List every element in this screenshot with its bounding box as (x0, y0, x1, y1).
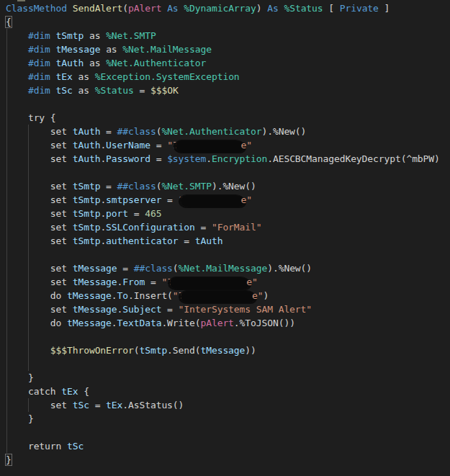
code-token-kw: #dim (28, 44, 50, 55)
code-token-plain: = (134, 85, 150, 96)
code-token-plain: try { (6, 112, 56, 123)
code-token-plain: . (112, 318, 117, 328)
code-token-plain: } (6, 372, 34, 383)
code-line[interactable]: return tSc (0, 439, 450, 453)
code-line[interactable] (0, 248, 450, 261)
code-line[interactable]: set tSmtp.authenticator = tAuth (0, 234, 450, 248)
code-token-var: tMessage (73, 304, 117, 315)
code-line[interactable]: set tSmtp = ##class(%Net.SMTP).%New() (0, 179, 450, 193)
code-token-type: %Net.SMTP (161, 181, 212, 192)
code-token-plain: = (100, 181, 117, 192)
code-token-plain: catch (6, 386, 61, 397)
code-token-type: %Exception.SystemException (95, 71, 240, 82)
code-line[interactable]: set tAuth.Password = $system.Encryption.… (0, 152, 450, 166)
code-token-type: %Net.Authenticator (106, 58, 206, 68)
code-token-var: tAuth (73, 153, 101, 164)
code-token-var: UserName (106, 140, 150, 151)
code-line[interactable]: ClassMethod SendAlert(pAlert As %Dynamic… (0, 1, 450, 15)
code-line[interactable] (0, 166, 450, 179)
code-token-plain: set (6, 263, 73, 274)
code-token-plain: = (89, 400, 106, 410)
code-token-kw: #dim (28, 58, 50, 68)
code-token-kw: As (267, 3, 278, 14)
code-token-plain (50, 30, 56, 41)
code-token-plain: )) (245, 345, 256, 356)
code-line[interactable]: set tMessage.Subject = "InterSystems SAM… (0, 302, 450, 316)
code-line[interactable]: try { (0, 111, 450, 125)
code-line[interactable]: set tSmtp.port = 465 (0, 207, 450, 220)
code-line[interactable]: set tSmtp.SSLConfiguration = "ForMail" (0, 220, 450, 234)
code-token-plain (50, 85, 56, 96)
code-token-var: To (117, 290, 128, 301)
code-token-var: tAuth (56, 58, 84, 68)
code-line[interactable]: set tAuth.UserName = "I e" (0, 138, 450, 152)
code-line[interactable]: } (0, 453, 450, 467)
code-token-macro: $$$OK (150, 85, 179, 96)
code-token-var: tSmtp (73, 235, 101, 246)
code-line[interactable]: $$$ThrowOnError(tSmtp.Send(tMessage)) (0, 343, 450, 357)
code-token-plain: ).%New() (261, 126, 306, 137)
code-line[interactable]: set tSc = tEx.AsStatus() (0, 398, 450, 412)
code-token-plain: = (150, 153, 167, 164)
code-token-var: tSmtp (73, 208, 101, 219)
code-line[interactable]: { (0, 15, 450, 29)
code-token-var: tSmtp (73, 194, 101, 205)
code-token-type: Encryption (212, 153, 267, 164)
code-line[interactable]: do tMessage.To.Insert("I e") (0, 289, 450, 302)
code-line[interactable]: set tMessage.From = "I e" (0, 275, 450, 289)
code-line[interactable] (0, 330, 450, 343)
code-token-var: tMessage (67, 318, 112, 328)
redaction-scribble (181, 195, 243, 207)
code-line[interactable] (0, 467, 450, 476)
code-line[interactable]: } (0, 371, 450, 385)
code-line[interactable]: #dim tSc as %Status = $$$OK (0, 84, 450, 97)
code-line[interactable]: do tMessage.TextData.Write(pAlert.%ToJSO… (0, 316, 450, 330)
code-token-plain: .AsStatus() (122, 400, 184, 410)
code-token-kw: ##class (117, 181, 156, 192)
code-line[interactable] (0, 357, 450, 371)
code-token-plain: set (6, 153, 73, 164)
code-line[interactable]: } (0, 412, 450, 426)
code-line[interactable]: #dim tSmtp as %Net.SMTP (0, 29, 450, 42)
code-token-plain: ] (379, 3, 390, 14)
code-token-plain: . (100, 194, 106, 205)
code-line[interactable]: #dim tAuth as %Net.Authenticator (0, 56, 450, 70)
code-line[interactable]: #dim tEx as %Exception.SystemException (0, 70, 450, 84)
code-editor[interactable]: ClassMethod SendAlert(pAlert As %Dynamic… (0, 0, 450, 476)
code-token-plain: . (112, 290, 117, 301)
code-line[interactable]: catch tEx { (0, 385, 450, 398)
code-token-plain: . (100, 235, 106, 246)
code-line[interactable]: set tAuth = ##class(%Net.Authenticator).… (0, 125, 450, 138)
code-token-plain (50, 58, 56, 68)
code-token-kw: #dim (28, 71, 50, 82)
code-token-var: tAuth (73, 126, 101, 137)
code-token-kw: ##class (117, 126, 156, 137)
code-line[interactable] (0, 97, 450, 111)
code-token-plain: . (100, 222, 106, 233)
code-line[interactable]: set tMessage = ##class(%Net.MailMessage)… (0, 261, 450, 275)
code-token-var: tSmtp (73, 222, 101, 233)
code-token-plain: } (6, 413, 34, 424)
code-token-param: pAlert (200, 318, 233, 328)
code-token-var: tSc (67, 441, 84, 452)
code-token-type: %Status (95, 85, 134, 96)
code-token-plain: ( (122, 3, 128, 14)
code-token-plain: = (100, 126, 117, 137)
code-token-plain: . (206, 153, 212, 164)
code-line[interactable] (0, 426, 450, 439)
code-token-plain: = (145, 277, 161, 287)
code-token-var: tSc (56, 85, 73, 96)
code-token-plain: set (6, 194, 73, 205)
code-token-plain: = (150, 140, 167, 151)
code-token-plain: as (100, 44, 122, 55)
code-token-type: %Net.SMTP (106, 30, 156, 41)
code-line[interactable]: #dim tMessage as %Net.MailMessage (0, 42, 450, 56)
code-token-plain (6, 58, 28, 68)
code-token-kw: As (167, 3, 178, 14)
code-token-var: tAuth (73, 140, 101, 151)
code-token-kw: ClassMethod (6, 3, 67, 14)
code-line[interactable]: set tSmtp.smtpserver = " e" (0, 193, 450, 207)
code-token-fn: SendAlert (73, 3, 123, 14)
code-token-plain: [ (323, 3, 340, 14)
code-token-plain: as (73, 85, 95, 96)
